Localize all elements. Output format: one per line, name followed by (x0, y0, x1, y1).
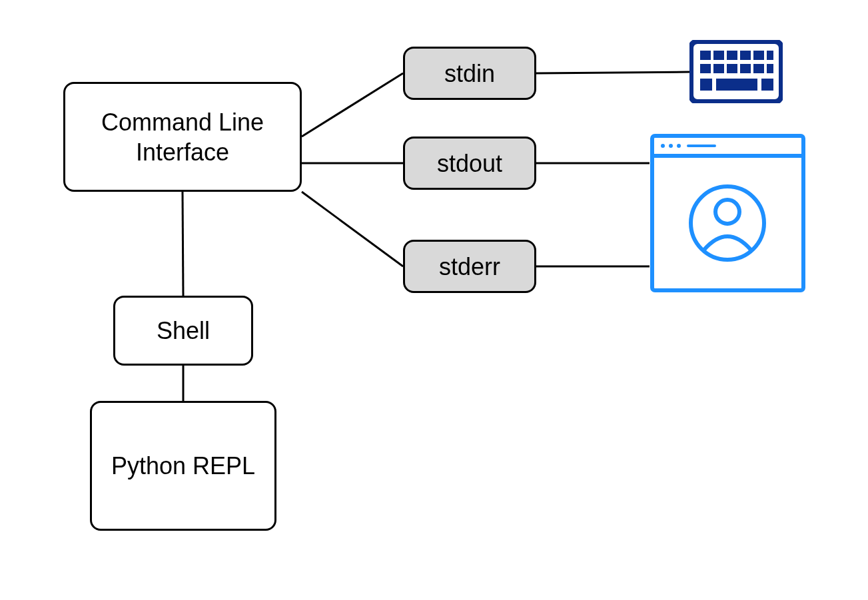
edge-stdin-keyboard (536, 72, 689, 73)
terminal-window-icon (650, 133, 806, 293)
node-cli: Command Line Interface (63, 82, 302, 192)
node-stdout: stdout (403, 137, 536, 190)
svg-rect-13 (700, 79, 712, 91)
svg-rect-9 (727, 64, 737, 73)
node-repl: Python REPL (90, 401, 276, 531)
svg-rect-15 (761, 79, 773, 91)
svg-rect-1 (700, 51, 711, 60)
node-repl-label: Python REPL (111, 451, 255, 481)
svg-rect-6 (767, 51, 773, 60)
edge-cli-stdin (302, 73, 403, 137)
svg-rect-4 (740, 51, 751, 60)
edge-cli-shell (183, 192, 183, 296)
svg-point-18 (661, 144, 665, 148)
svg-rect-3 (727, 51, 737, 60)
svg-rect-7 (700, 64, 711, 73)
node-cli-label: Command Line Interface (77, 107, 288, 167)
svg-rect-2 (713, 51, 724, 60)
node-stdin: stdin (403, 47, 536, 100)
node-stderr: stderr (403, 240, 536, 293)
svg-rect-16 (652, 136, 803, 290)
svg-rect-10 (740, 64, 751, 73)
node-shell: Shell (113, 296, 253, 366)
svg-rect-5 (753, 51, 764, 60)
node-stdout-label: stdout (437, 149, 502, 178)
node-stdin-label: stdin (444, 59, 495, 89)
svg-rect-12 (767, 64, 773, 73)
node-shell-label: Shell (157, 316, 210, 346)
svg-rect-11 (753, 64, 764, 73)
svg-point-19 (669, 144, 673, 148)
edge-cli-stderr (302, 192, 403, 266)
diagram-canvas: Command Line Interface Shell Python REPL… (0, 0, 868, 600)
svg-point-23 (715, 200, 739, 224)
svg-point-20 (677, 144, 681, 148)
svg-rect-14 (716, 79, 757, 91)
keyboard-icon (689, 40, 783, 103)
svg-rect-8 (713, 64, 724, 73)
node-stderr-label: stderr (439, 252, 500, 282)
